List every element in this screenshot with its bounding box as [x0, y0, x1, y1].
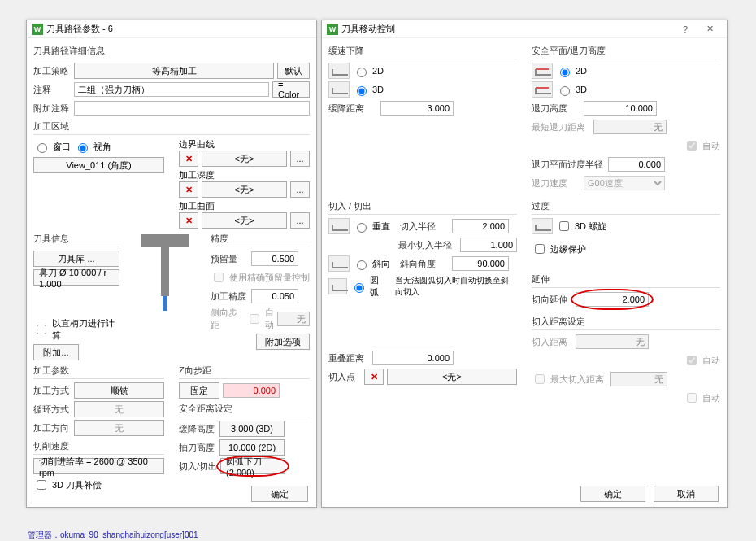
fixed-button[interactable]: 固定	[179, 382, 219, 399]
tangext-input[interactable]	[576, 292, 649, 307]
overlap-input[interactable]	[372, 351, 454, 365]
radio-viewangle[interactable]	[78, 143, 88, 153]
section-safeplane: 安全平面/退刀高度	[532, 43, 720, 59]
inpoint-button[interactable]: <无>	[387, 369, 517, 385]
ok-button-right[interactable]: 确定	[580, 486, 645, 502]
window-title: 刀具路径参数 - 6	[46, 23, 311, 35]
close-icon[interactable]: ✕	[697, 24, 722, 34]
allowance-label: 预留量	[211, 253, 248, 265]
edge-protect-checkbox[interactable]	[535, 244, 545, 254]
clear-inpoint-icon[interactable]: ✕	[364, 369, 384, 385]
radio-vertical[interactable]	[357, 223, 367, 233]
clear-depth-icon[interactable]: ✕	[179, 181, 198, 198]
safe2d-icon	[532, 63, 553, 79]
radio-diagonal[interactable]	[357, 260, 367, 270]
inR-input[interactable]	[452, 219, 509, 233]
minretract-auto-label: 自动	[702, 140, 720, 152]
radio-window[interactable]	[37, 143, 47, 153]
maxdist-checkbox	[535, 374, 545, 384]
straight-calc-label: 以直柄刀进行计算	[52, 317, 119, 342]
maxdist-auto-checkbox	[687, 393, 697, 403]
retractspeed-label: 退刀速度	[532, 177, 580, 190]
addcomment-label: 附加注释	[33, 103, 71, 115]
strategy-button[interactable]: 等高精加工	[74, 63, 274, 79]
straight-calc-checkbox[interactable]	[37, 325, 46, 334]
comp3d-checkbox[interactable]	[37, 480, 46, 490]
radio-slow-3d[interactable]	[357, 86, 367, 96]
addcomment-input[interactable]	[74, 101, 310, 116]
edge-protect-label: 边缘保护	[550, 243, 586, 255]
method-button[interactable]: 顺铣	[74, 382, 164, 399]
retractH-input[interactable]	[584, 101, 657, 116]
retractH-label: 缓降高度	[179, 423, 216, 435]
dir-label: 加工方向	[33, 422, 71, 434]
attach-options-button[interactable]: 附加选项	[256, 334, 310, 350]
arc-label: 圆弧	[370, 274, 385, 299]
slow-3d-label: 3D	[372, 85, 384, 94]
plungeH-button[interactable]: 10.000 (2D)	[219, 439, 285, 456]
inout-button[interactable]: 圆弧下刀(2.000)	[220, 458, 285, 474]
viewangle-label: 视角	[93, 141, 111, 153]
tangext-label: 切向延伸	[532, 294, 572, 306]
comment-label: 注释	[33, 84, 71, 96]
tool-move-control-window: W 刀具移动控制 ? ✕ 缓速下降 2D 3D 缓降距离 安全平面/退刀高度 2…	[321, 20, 728, 508]
safe3d-icon	[532, 81, 553, 98]
section-tool: 刀具信息	[33, 231, 119, 247]
zstep-input[interactable]	[223, 383, 280, 398]
toollib-button[interactable]: 刀具库 ...	[33, 251, 119, 267]
view-button[interactable]: View_011 (角度)	[33, 157, 164, 173]
lateral-input	[277, 312, 310, 326]
helix-checkbox[interactable]	[559, 221, 569, 231]
minretract-auto-checkbox	[687, 141, 697, 151]
vertical-label: 垂直	[372, 220, 390, 233]
speed-button[interactable]: 切削进给率 = 2600 @ 3500 rpm	[33, 458, 164, 474]
machprec-input[interactable]	[251, 289, 298, 303]
ok-button-left[interactable]: 确定	[251, 486, 308, 502]
indist-auto-label: 自动	[702, 355, 720, 367]
retractH-label: 退刀高度	[532, 103, 580, 115]
planeR-input[interactable]	[608, 157, 665, 172]
retractspeed-select: G00速度	[584, 176, 665, 190]
cancel-button[interactable]: 取消	[654, 486, 719, 502]
comment-input[interactable]	[74, 82, 269, 97]
boundary-button[interactable]: <无>	[202, 151, 287, 167]
default-button[interactable]: 默认	[277, 63, 310, 79]
tool-desc-button[interactable]: 鼻刀 Ø 10.000 / r 1.000	[33, 269, 119, 286]
attach-button[interactable]: 附加...	[33, 344, 79, 360]
section-speed: 切削速度	[33, 438, 164, 455]
minR-label: 最小切入半径	[398, 239, 457, 251]
color-button[interactable]: = Color	[272, 81, 310, 98]
status-bar: 管理器：okuma_90_shanghaihuizong[user]001	[28, 530, 198, 541]
section-indist: 切入距离设定	[532, 314, 720, 330]
angle-input[interactable]	[452, 256, 509, 271]
slow-2d-label: 2D	[372, 66, 384, 76]
depth-more-button[interactable]: ...	[290, 181, 310, 198]
boundary-more-button[interactable]: ...	[290, 151, 310, 167]
section-extension: 延伸	[532, 272, 720, 288]
section-detail: 刀具路径详细信息	[33, 43, 310, 59]
slowdist-input[interactable]	[380, 101, 454, 116]
clear-surface-icon[interactable]: ✕	[179, 212, 198, 229]
clear-boundary-icon[interactable]: ✕	[179, 151, 198, 167]
arc-note: 当无法圆弧切入时自动切换至斜向切入	[395, 275, 517, 298]
retractH-button[interactable]: 3.000 (3D)	[219, 421, 285, 437]
allowance-input[interactable]	[251, 251, 298, 266]
surface-more-button[interactable]: ...	[290, 212, 310, 229]
indist-auto-checkbox	[687, 356, 697, 365]
radio-arc[interactable]	[354, 283, 364, 293]
minR-input[interactable]	[460, 238, 517, 252]
help-icon[interactable]: ?	[673, 24, 697, 34]
radio-safe-3d[interactable]	[560, 86, 570, 96]
window-label: 窗口	[53, 141, 71, 153]
inR-label: 切入半径	[400, 220, 449, 233]
section-area: 加工区域	[33, 119, 310, 135]
radio-safe-2d[interactable]	[560, 68, 570, 77]
section-precision: 精度	[211, 231, 310, 247]
radio-slow-2d[interactable]	[357, 68, 367, 77]
depth-button[interactable]: <无>	[202, 181, 287, 198]
surface-button[interactable]: <无>	[202, 212, 287, 229]
app-icon: W	[327, 24, 338, 35]
helix-icon	[532, 218, 553, 234]
loop-label: 循环方式	[33, 404, 71, 416]
precise-allow-label: 使用精确预留量控制	[229, 272, 310, 284]
